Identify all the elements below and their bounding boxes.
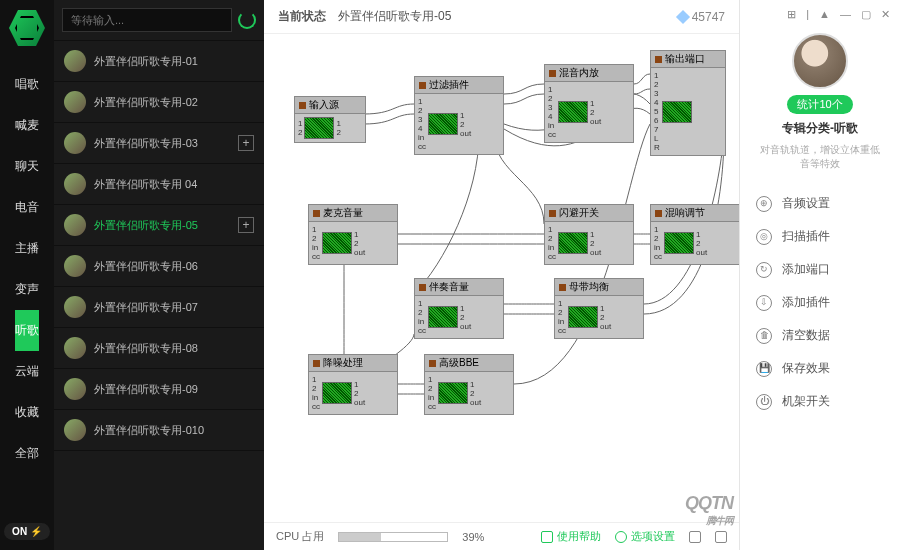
audio-node[interactable]: 闪避开关12incc12out xyxy=(544,204,634,265)
refresh-icon[interactable] xyxy=(238,11,256,29)
node-title: 输入源 xyxy=(295,97,365,114)
ports-in[interactable]: 1234567LR xyxy=(654,71,660,152)
nav-item-0[interactable]: 唱歌 xyxy=(15,64,39,105)
ports-in[interactable]: 12incc xyxy=(418,299,426,335)
ports-in[interactable]: 12incc xyxy=(548,225,556,261)
audio-node[interactable]: 混响调节12incc12out xyxy=(650,204,739,265)
nav-item-5[interactable]: 变声 xyxy=(15,269,39,310)
status-icon-a[interactable] xyxy=(689,531,701,543)
ports-out[interactable]: 12out xyxy=(590,230,601,257)
node-title: 输出端口 xyxy=(651,51,725,68)
state-value: 外置伴侣听歌专用-05 xyxy=(338,8,451,25)
playlist-item[interactable]: 外置伴侣听歌专用-05+ xyxy=(54,205,264,246)
menu-item[interactable]: ⊕音频设置 xyxy=(740,187,900,220)
nav-item-1[interactable]: 喊麦 xyxy=(15,105,39,146)
audio-node[interactable]: 伴奏音量12incc12out xyxy=(414,278,504,339)
audio-node[interactable]: 混音内放1234incc12out xyxy=(544,64,634,143)
menu-icon: 🗑 xyxy=(756,328,772,344)
grid-icon[interactable]: ⊞ xyxy=(787,8,796,21)
ports-in[interactable]: 12incc xyxy=(428,375,436,411)
menu-icon: ⏻ xyxy=(756,394,772,410)
window-controls: ⊞ | ▲ — ▢ ✕ xyxy=(740,6,900,29)
playlist-sidebar: 外置伴侣听歌专用-01外置伴侣听歌专用-02外置伴侣听歌专用-03+外置伴侣听歌… xyxy=(54,0,264,550)
audio-node[interactable]: 过滤插件1234incc12out xyxy=(414,76,504,155)
track-avatar xyxy=(64,378,86,400)
ports-out[interactable]: 12out xyxy=(354,380,365,407)
ports-in[interactable]: 12incc xyxy=(312,225,320,261)
chip-icon xyxy=(428,113,458,135)
menu-item[interactable]: ⏻机架开关 xyxy=(740,385,900,418)
nav-item-2[interactable]: 聊天 xyxy=(15,146,39,187)
menu-item[interactable]: ↻添加端口 xyxy=(740,253,900,286)
menu-item[interactable]: 💾保存效果 xyxy=(740,352,900,385)
power-badge[interactable]: ON ⚡ xyxy=(4,523,50,540)
playlist-item[interactable]: 外置伴侣听歌专用-02 xyxy=(54,82,264,123)
ports-out[interactable]: 12out xyxy=(696,230,707,257)
top-bar: 当前状态 外置伴侣听歌专用-05 45747 xyxy=(264,0,739,34)
ports-in[interactable]: 1234incc xyxy=(418,97,426,151)
playlist-item[interactable]: 外置伴侣听歌专用 04 xyxy=(54,164,264,205)
playlist-item[interactable]: 外置伴侣听歌专用-08 xyxy=(54,328,264,369)
add-icon[interactable]: + xyxy=(238,135,254,151)
track-label: 外置伴侣听歌专用-03 xyxy=(94,136,198,151)
options-link[interactable]: 选项设置 xyxy=(615,529,675,544)
user-icon[interactable]: ▲ xyxy=(819,8,830,21)
audio-node[interactable]: 输入源1212 xyxy=(294,96,366,143)
audio-node[interactable]: 麦克音量12incc12out xyxy=(308,204,398,265)
search-input[interactable] xyxy=(62,8,232,32)
node-title: 母带均衡 xyxy=(555,279,643,296)
ports-out[interactable]: 12out xyxy=(470,380,481,407)
ports-in[interactable]: 12incc xyxy=(312,375,320,411)
ports-out[interactable]: 12out xyxy=(600,304,611,331)
node-title: 伴奏音量 xyxy=(415,279,503,296)
status-icon-b[interactable] xyxy=(715,531,727,543)
ports-in[interactable]: 12incc xyxy=(654,225,662,261)
nav-item-7[interactable]: 云端 xyxy=(15,351,39,392)
ports-in[interactable]: 1234incc xyxy=(548,85,556,139)
menu-item[interactable]: ⇩添加插件 xyxy=(740,286,900,319)
playlist-item[interactable]: 外置伴侣听歌专用-03+ xyxy=(54,123,264,164)
add-icon[interactable]: + xyxy=(238,217,254,233)
ports-out[interactable]: 12out xyxy=(460,304,471,331)
menu-item[interactable]: ◎扫描插件 xyxy=(740,220,900,253)
menu-item[interactable]: 🗑清空数据 xyxy=(740,319,900,352)
ports-out[interactable]: 12out xyxy=(354,230,365,257)
ports-in[interactable]: 12 xyxy=(298,119,302,137)
ports-out[interactable]: 12out xyxy=(460,111,471,138)
playlist-item[interactable]: 外置伴侣听歌专用-010 xyxy=(54,410,264,451)
menu-label: 音频设置 xyxy=(782,195,830,212)
maximize-icon[interactable]: ▢ xyxy=(861,8,871,21)
menu-icon: 💾 xyxy=(756,361,772,377)
playlist-item[interactable]: 外置伴侣听歌专用-06 xyxy=(54,246,264,287)
state-label: 当前状态 xyxy=(278,8,326,25)
audio-node[interactable]: 降噪处理12incc12out xyxy=(308,354,398,415)
track-label: 外置伴侣听歌专用-08 xyxy=(94,341,198,356)
node-canvas[interactable]: 输入源1212过滤插件1234incc12out混音内放1234incc12ou… xyxy=(264,34,739,522)
track-avatar xyxy=(64,91,86,113)
nav-item-9[interactable]: 全部 xyxy=(15,433,39,474)
close-icon[interactable]: ✕ xyxy=(881,8,890,21)
ports-out[interactable]: 12 xyxy=(336,119,340,137)
audio-node[interactable]: 输出端口1234567LR xyxy=(650,50,726,156)
album-desc: 对音轨轨道，增设立体重低音等特效 xyxy=(750,143,890,171)
audio-node[interactable]: 母带均衡12incc12out xyxy=(554,278,644,339)
ports-in[interactable]: 12incc xyxy=(558,299,566,335)
nav-item-8[interactable]: 收藏 xyxy=(15,392,39,433)
nav-item-6[interactable]: 听歌 xyxy=(15,310,39,351)
profile-avatar[interactable] xyxy=(792,33,848,89)
nav-item-3[interactable]: 电音 xyxy=(15,187,39,228)
help-link[interactable]: 使用帮助 xyxy=(541,529,601,544)
menu-icon: ⇩ xyxy=(756,295,772,311)
audio-node[interactable]: 高级BBE12incc12out xyxy=(424,354,514,415)
nav-item-4[interactable]: 主播 xyxy=(15,228,39,269)
ports-out[interactable]: 12out xyxy=(590,99,601,126)
playlist-item[interactable]: 外置伴侣听歌专用-01 xyxy=(54,41,264,82)
track-avatar xyxy=(64,296,86,318)
playlist-item[interactable]: 外置伴侣听歌专用-07 xyxy=(54,287,264,328)
action-menu: ⊕音频设置◎扫描插件↻添加端口⇩添加插件🗑清空数据💾保存效果⏻机架开关 xyxy=(740,181,900,424)
track-label: 外置伴侣听歌专用-02 xyxy=(94,95,198,110)
stat-badge[interactable]: 统计10个 xyxy=(787,95,852,114)
playlist-list: 外置伴侣听歌专用-01外置伴侣听歌专用-02外置伴侣听歌专用-03+外置伴侣听歌… xyxy=(54,41,264,550)
playlist-item[interactable]: 外置伴侣听歌专用-09 xyxy=(54,369,264,410)
minimize-icon[interactable]: — xyxy=(840,8,851,21)
